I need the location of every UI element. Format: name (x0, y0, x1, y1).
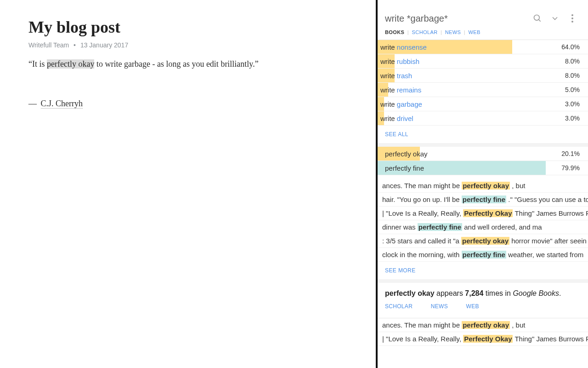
synonym-row[interactable]: write trash8.0% (378, 69, 588, 83)
search-icon[interactable] (531, 12, 544, 25)
synonym-pct: 8.0% (565, 58, 588, 65)
synonym-pct: 64.0% (561, 43, 588, 51)
blog-body-text[interactable]: “It is perfectly okay to write garbage -… (28, 57, 347, 71)
synonym-row[interactable]: write drivel3.0% (378, 111, 588, 126)
compare-block: perfectly okay20.1%perfectly fine79.9% (378, 143, 588, 175)
publish-date: 13 January 2017 (80, 41, 128, 49)
synonym-row[interactable]: write rubbish8.0% (378, 54, 588, 69)
context-examples: ances. The man might be perfectly okay ,… (378, 175, 588, 262)
tab-books[interactable]: BOOKS (385, 29, 404, 35)
compare-row[interactable]: perfectly fine79.9% (378, 161, 588, 175)
see-all-link[interactable]: SEE ALL (378, 126, 588, 143)
frequency-source-links: SCHOLAR NEWS WEB (385, 303, 581, 310)
example-row[interactable]: ances. The man might be perfectly okay ,… (378, 318, 588, 332)
synonym-label: write remains (378, 86, 421, 94)
editor-pane: My blog post Writefull Team • 13 January… (0, 0, 376, 368)
synonym-results: write nonsense64.0%write rubbish8.0%writ… (378, 40, 588, 126)
selected-phrase[interactable]: perfectly okay (47, 59, 94, 69)
compare-pct: 20.1% (561, 150, 588, 157)
synonym-pct: 5.0% (565, 86, 588, 93)
synonym-pct: 8.0% (565, 72, 588, 79)
tab-web[interactable]: WEB (469, 29, 481, 35)
example-row[interactable]: | "Love Is a Really, Really, Perfectly O… (378, 207, 588, 220)
example-row[interactable]: | "Love Is a Really, Really, Perfectly O… (378, 332, 588, 346)
freq-phrase: perfectly okay (385, 289, 435, 297)
example-row[interactable]: ances. The man might be perfectly okay ,… (378, 179, 588, 193)
synonym-label: write drivel (378, 115, 413, 122)
synonym-label: write garbage (378, 100, 422, 108)
author: Writefull Team (28, 41, 69, 49)
freq-count: 7,284 (465, 289, 483, 297)
compare-pct: 79.9% (561, 164, 588, 172)
freq-suffix: times in (483, 289, 513, 297)
attribution-name[interactable]: C.J. Cherryh (41, 99, 83, 109)
synonym-row[interactable]: write remains5.0% (378, 83, 588, 97)
quote-attribution: — C.J. Cherryh (28, 99, 347, 109)
synonym-pct: 3.0% (565, 100, 588, 108)
synonym-row[interactable]: write garbage3.0% (378, 97, 588, 111)
search-row (378, 0, 588, 29)
svg-point-0 (534, 15, 540, 21)
source-tabs: BOOKS | SCHOLAR | NEWS | WEB (378, 29, 588, 40)
page-title: My blog post (28, 17, 347, 37)
frequency-block: perfectly okay appears 7,284 times in Go… (378, 279, 588, 313)
freq-link-scholar[interactable]: SCHOLAR (385, 303, 413, 310)
compare-label: perfectly fine (378, 164, 424, 172)
bottom-context-examples: ances. The man might be perfectly okay ,… (378, 318, 588, 346)
byline: Writefull Team • 13 January 2017 (28, 41, 347, 49)
example-row[interactable]: : 3/5 stars and called it "a perfectly o… (378, 234, 588, 248)
quote-pre: “It is (28, 59, 47, 69)
chevron-down-icon[interactable] (548, 12, 561, 25)
compare-label: perfectly okay (378, 150, 428, 158)
search-input[interactable] (385, 13, 526, 24)
synonym-label: write nonsense (378, 43, 427, 51)
synonym-row[interactable]: write nonsense64.0% (378, 40, 588, 54)
see-more-link[interactable]: SEE MORE (378, 262, 588, 279)
example-row[interactable]: dinner was perfectly fine and well order… (378, 220, 588, 234)
example-row[interactable]: hair. "You go on up. I'll be perfectly f… (378, 193, 588, 207)
freq-link-web[interactable]: WEB (466, 303, 479, 310)
byline-separator: • (74, 41, 76, 49)
freq-source: Google Books (513, 289, 559, 297)
results-panel: BOOKS | SCHOLAR | NEWS | WEB write nonse… (378, 0, 588, 368)
tab-news[interactable]: NEWS (445, 29, 461, 35)
svg-line-1 (539, 20, 541, 22)
attribution-dash: — (28, 99, 37, 108)
freq-link-news[interactable]: NEWS (431, 303, 448, 310)
freq-period: . (559, 289, 561, 297)
quote-post: to write garbage - as long as you edit b… (94, 59, 258, 69)
synonym-label: write trash (378, 72, 412, 80)
frequency-text: perfectly okay appears 7,284 times in Go… (385, 289, 581, 298)
example-row[interactable]: clock in the morning, with perfectly fin… (378, 248, 588, 262)
tab-scholar[interactable]: SCHOLAR (412, 29, 438, 35)
freq-verb: appears (435, 289, 465, 297)
more-icon[interactable] (566, 12, 579, 25)
synonym-pct: 3.0% (565, 115, 588, 122)
compare-row[interactable]: perfectly okay20.1% (378, 147, 588, 161)
synonym-label: write rubbish (378, 58, 419, 65)
